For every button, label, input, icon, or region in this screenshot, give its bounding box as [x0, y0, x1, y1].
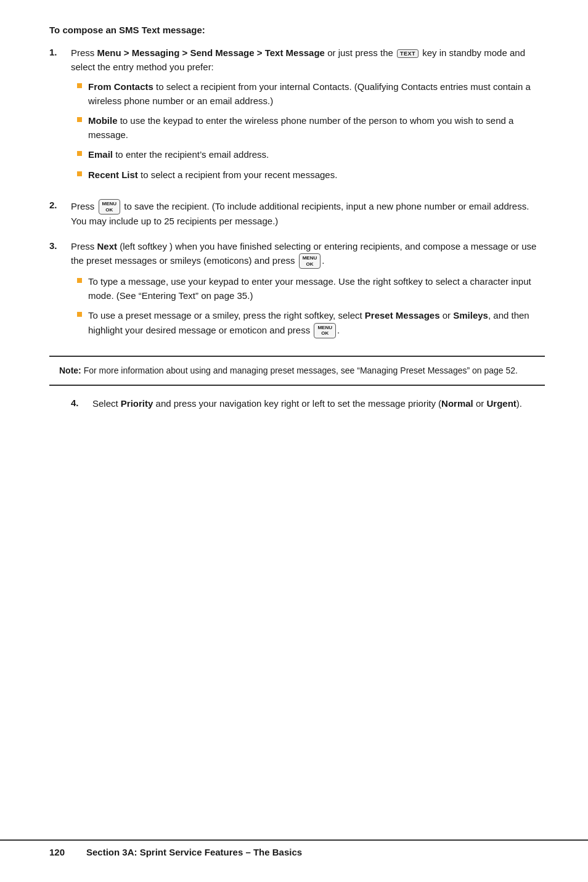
step-3-number: 3. — [49, 240, 71, 251]
bullet-icon — [77, 117, 82, 122]
footer-page-number: 120 — [49, 847, 74, 857]
page-footer: 120 Section 3A: Sprint Service Features … — [0, 839, 588, 864]
bullet-recent-list: Recent List to select a recipient from y… — [77, 168, 545, 182]
step-3-bullets: To type a message, use your keypad to en… — [71, 275, 545, 338]
step-1-content: Press Menu > Messaging > Send Message > … — [71, 46, 545, 188]
menu-ok-key: MENUOK — [99, 199, 121, 214]
step-2-content: Press MENUOK to save the recipient. (To … — [71, 199, 545, 229]
bullet-preset-message-text: To use a preset message or a smiley, pre… — [88, 309, 545, 338]
bullet-email-text: Email to enter the recipient’s email add… — [88, 148, 269, 162]
step-1-bullets: From Contacts to select a recipient from… — [71, 80, 545, 182]
bullet-recent-list-text: Recent List to select a recipient from y… — [88, 168, 337, 182]
intro-heading: To compose an SMS Text message: — [49, 25, 545, 35]
step-3-content: Press Next (left softkey ) when you have… — [71, 240, 545, 345]
page-content: To compose an SMS Text message: 1. Press… — [0, 0, 588, 473]
bullet-icon — [77, 312, 82, 317]
step-1-number: 1. — [49, 46, 71, 57]
bullet-from-contacts: From Contacts to select a recipient from… — [77, 80, 545, 108]
note-text: For more information about using and man… — [81, 365, 518, 375]
bullet-from-contacts-text: From Contacts to select a recipient from… — [88, 80, 545, 108]
menu-ok-key-3: MENUOK — [314, 323, 336, 338]
step-2-number: 2. — [49, 199, 71, 210]
steps-list: 1. Press Menu > Messaging > Send Message… — [49, 46, 545, 345]
step-4-text: Select Priority and press your navigatio… — [92, 398, 522, 409]
bullet-email: Email to enter the recipient’s email add… — [77, 148, 545, 162]
bullet-preset-message: To use a preset message or a smiley, pre… — [77, 309, 545, 338]
step-4-content: Select Priority and press your navigatio… — [92, 397, 545, 411]
menu-ok-key-2: MENUOK — [299, 253, 321, 269]
bullet-type-message-text: To type a message, use your keypad to en… — [88, 275, 545, 303]
step-4: 4. Select Priority and press your naviga… — [49, 397, 545, 411]
step-1-text: Press Menu > Messaging > Send Message > … — [71, 47, 525, 72]
bullet-type-message: To type a message, use your keypad to en… — [77, 275, 545, 303]
note-box: Note: For more information about using a… — [49, 356, 545, 386]
bullet-icon — [77, 151, 82, 156]
bullet-mobile-text: Mobile to use the keypad to enter the wi… — [88, 114, 545, 142]
step-3: 3. Press Next (left softkey ) when you h… — [49, 240, 545, 345]
step-4-number: 4. — [71, 397, 92, 408]
bullet-mobile: Mobile to use the keypad to enter the wi… — [77, 114, 545, 142]
step-1: 1. Press Menu > Messaging > Send Message… — [49, 46, 545, 188]
step-2-text: Press MENUOK to save the recipient. (To … — [71, 201, 529, 227]
footer-section-text: Section 3A: Sprint Service Features – Th… — [86, 847, 302, 857]
bullet-icon — [77, 171, 82, 176]
text-key-icon: TEXT — [397, 49, 419, 59]
bullet-icon — [77, 83, 82, 88]
bullet-icon — [77, 278, 82, 283]
step-3-text: Press Next (left softkey ) when you have… — [71, 241, 536, 266]
note-label: Note: — [59, 365, 81, 375]
step-2: 2. Press MENUOK to save the recipient. (… — [49, 199, 545, 229]
